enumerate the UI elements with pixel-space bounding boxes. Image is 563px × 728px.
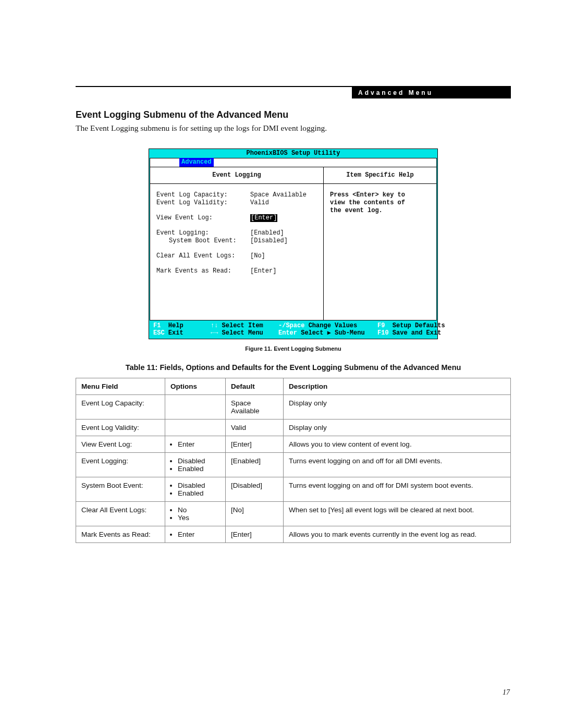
cell-description: Display only	[284, 419, 511, 436]
cell-menu-field: System Boot Event:	[76, 477, 165, 501]
label-select-menu: Select Menu	[222, 329, 263, 337]
bios-logging-label: Event Logging:	[156, 229, 250, 237]
option-item: Enter	[178, 530, 220, 538]
cell-default: [Enabled]	[226, 452, 284, 477]
cell-description: When set to [Yes] all event logs will be…	[284, 501, 511, 526]
option-item: Enabled	[178, 465, 220, 473]
cell-default: [Enter]	[226, 526, 284, 542]
bios-view-label: View Event Log:	[156, 214, 250, 222]
table-row: View Event Log:Enter[Enter]Allows you to…	[76, 436, 511, 452]
cell-menu-field: Event Logging:	[76, 452, 165, 477]
page: Advanced Menu Event Logging Submenu of t…	[0, 0, 563, 728]
key-enter: Enter	[278, 329, 297, 337]
cell-options: DisabledEnabled	[165, 477, 226, 501]
cell-default: Valid	[226, 419, 284, 436]
table-row: Clear All Event Logs:NoYes[No]When set t…	[76, 501, 511, 526]
figure-caption: Figure 11. Event Logging Submenu	[76, 346, 511, 352]
bios-active-tab: Advanced	[179, 158, 214, 167]
bios-mark-value: [Enter]	[250, 267, 276, 275]
spec-table: Menu Field Options Default Description E…	[76, 378, 511, 543]
bios-mark-label: Mark Events as Read:	[156, 267, 250, 275]
section-intro: The Event Logging submenu is for setting…	[76, 124, 511, 133]
bios-help-line: the event log.	[330, 207, 430, 215]
th-default: Default	[226, 378, 284, 394]
bios-clear-value: [No]	[250, 252, 265, 260]
bios-help-line: view the contents of	[330, 199, 430, 207]
bios-right-header: Item Specific Help	[324, 167, 436, 184]
table-row: Event Logging:DisabledEnabled[Enabled]Tu…	[76, 452, 511, 477]
cell-description: Turns event logging on and off for all D…	[284, 452, 511, 477]
label-select-submenu: Select ▶ Sub-Menu	[301, 329, 364, 337]
bios-help-line: Press <Enter> key to	[330, 191, 430, 199]
th-options: Options	[165, 378, 226, 394]
cell-menu-field: View Event Log:	[76, 436, 165, 452]
cell-options: Enter	[165, 436, 226, 452]
bios-figure: PhoenixBIOS Setup Utility Advanced Event…	[149, 149, 438, 339]
bios-tab-bar: Advanced	[150, 158, 437, 167]
cell-default: Space Available	[226, 394, 284, 419]
option-item: Disabled	[178, 457, 220, 465]
table-row: System Boot Event:DisabledEnabled[Disabl…	[76, 477, 511, 501]
cell-description: Display only	[284, 394, 511, 419]
header-tab: Advanced Menu	[352, 87, 511, 98]
cell-description: Allows you to mark events currently in t…	[284, 526, 511, 542]
bios-left-body: Event Log Capacity:Space Available Event…	[150, 184, 323, 282]
bios-body: Event Logging Event Log Capacity:Space A…	[150, 167, 437, 320]
option-item: Yes	[178, 514, 220, 522]
table-row: Event Log Validity:ValidDisplay only	[76, 419, 511, 436]
cell-description: Allows you to view content of event log.	[284, 436, 511, 452]
key-f9: F9	[377, 322, 385, 329]
key-updown: ↑↓	[211, 322, 218, 329]
cell-default: [Enter]	[226, 436, 284, 452]
cell-options	[165, 419, 226, 436]
cell-options	[165, 394, 226, 419]
cell-default: [Disabled]	[226, 477, 284, 501]
option-item: Enter	[178, 440, 220, 448]
cell-menu-field: Clear All Event Logs:	[76, 501, 165, 526]
bios-sysboot-value: [Disabled]	[250, 237, 288, 245]
cell-options: NoYes	[165, 501, 226, 526]
key-esc: ESC	[153, 329, 165, 337]
option-item: Disabled	[178, 482, 220, 489]
bios-capacity-label: Event Log Capacity:	[156, 191, 250, 199]
bios-screen: PhoenixBIOS Setup Utility Advanced Event…	[149, 149, 438, 339]
bios-capacity-value: Space Available	[250, 191, 307, 199]
bios-validity-value: Valid	[250, 199, 269, 207]
key-leftright: ←→	[211, 329, 218, 337]
bios-sysboot-label: System Boot Event:	[156, 237, 250, 245]
bios-validity-label: Event Log Validity:	[156, 199, 250, 207]
bios-footer: F1 Help ↑↓ Select Item -/Space Change Va…	[149, 321, 437, 339]
cell-menu-field: Event Log Capacity:	[76, 394, 165, 419]
bios-left-header: Event Logging	[150, 167, 323, 184]
cell-default: [No]	[226, 501, 284, 526]
bios-clear-label: Clear All Event Logs:	[156, 252, 250, 260]
key-f1: F1	[153, 322, 161, 329]
page-number: 17	[503, 688, 510, 697]
cell-menu-field: Mark Events as Read:	[76, 526, 165, 542]
cell-options: DisabledEnabled	[165, 452, 226, 477]
bios-logging-value: [Enabled]	[250, 229, 284, 237]
cell-menu-field: Event Log Validity:	[76, 419, 165, 436]
table-header-row: Menu Field Options Default Description	[76, 378, 511, 394]
key-minus-space: -/Space	[278, 322, 304, 329]
content-area: Event Logging Submenu of the Advanced Me…	[76, 109, 511, 543]
key-f10: F10	[377, 329, 389, 337]
cell-description: Turns event logging on and off for DMI s…	[284, 477, 511, 501]
label-setup-defaults: Setup Defaults	[393, 322, 445, 329]
bios-right-panel: Item Specific Help Press <Enter> key to …	[324, 167, 436, 320]
table-row: Mark Events as Read:Enter[Enter]Allows y…	[76, 526, 511, 542]
th-menu-field: Menu Field	[76, 378, 165, 394]
option-item: Enabled	[178, 489, 220, 497]
label-save-exit: Save and Exit	[393, 329, 442, 337]
table-row: Event Log Capacity:Space AvailableDispla…	[76, 394, 511, 419]
bios-help-body: Press <Enter> key to view the contents o…	[324, 184, 436, 222]
label-help: Help	[168, 322, 183, 329]
cell-options: Enter	[165, 526, 226, 542]
label-select-item: Select Item	[222, 322, 263, 329]
option-item: No	[178, 506, 220, 514]
label-exit: Exit	[168, 329, 183, 337]
bios-view-value: [Enter]	[250, 214, 277, 222]
bios-utility-title: PhoenixBIOS Setup Utility	[149, 149, 437, 157]
label-change-values: Change Values	[309, 322, 358, 329]
bios-left-panel: Event Logging Event Log Capacity:Space A…	[150, 167, 324, 320]
